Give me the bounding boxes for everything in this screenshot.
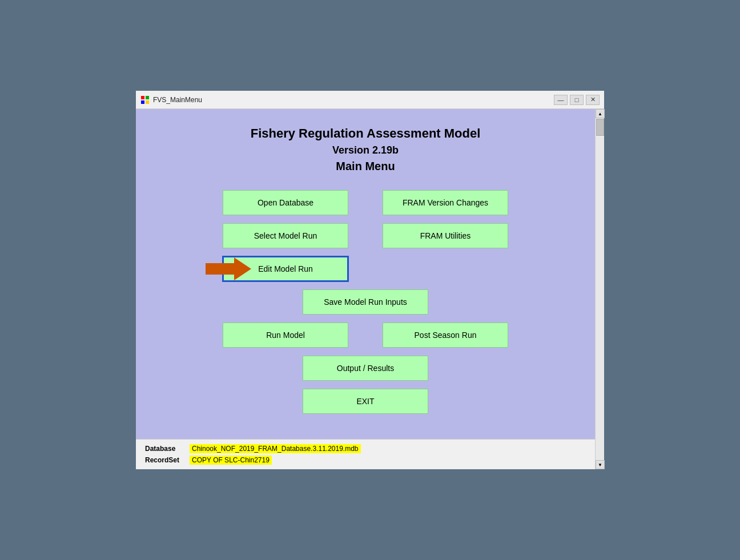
fram-utilities-button[interactable]: FRAM Utilities bbox=[383, 223, 508, 248]
app-icon bbox=[140, 95, 150, 104]
arrow-indicator bbox=[206, 257, 251, 280]
desktop: FVS_MainMenu — □ ✕ Fishery Regulation As… bbox=[0, 0, 740, 560]
scroll-up-button[interactable]: ▲ bbox=[596, 109, 605, 118]
button-row-6: Output / Results bbox=[159, 356, 572, 381]
app-title: Fishery Regulation Assessment Model bbox=[251, 126, 481, 141]
scroll-down-button[interactable]: ▼ bbox=[596, 460, 605, 469]
button-grid: Open Database FRAM Version Changes Selec… bbox=[159, 190, 572, 422]
minimize-button[interactable]: — bbox=[554, 95, 568, 105]
restore-button[interactable]: □ bbox=[570, 95, 584, 105]
button-row-3: Edit Model Run bbox=[159, 256, 572, 281]
window-main: FVS_MainMenu — □ ✕ Fishery Regulation As… bbox=[136, 91, 604, 469]
scroll-content: Fishery Regulation Assessment Model Vers… bbox=[136, 109, 595, 469]
app-version: Version 2.19b bbox=[332, 144, 399, 156]
window-content: Fishery Regulation Assessment Model Vers… bbox=[136, 109, 595, 439]
button-row-7: EXIT bbox=[159, 389, 572, 414]
close-button[interactable]: ✕ bbox=[586, 95, 600, 105]
button-row-4: Save Model Run Inputs bbox=[159, 289, 572, 315]
svg-rect-1 bbox=[146, 96, 149, 99]
window-controls: — □ ✕ bbox=[554, 95, 600, 105]
database-row: Database Chinook_NOF_2019_FRAM_Database.… bbox=[145, 444, 586, 453]
title-bar: FVS_MainMenu — □ ✕ bbox=[136, 91, 604, 109]
run-model-button[interactable]: Run Model bbox=[223, 323, 348, 348]
app-menu-title: Main Menu bbox=[336, 160, 395, 173]
vertical-scrollbar: ▲ ▼ bbox=[595, 109, 604, 469]
save-model-run-inputs-button[interactable]: Save Model Run Inputs bbox=[303, 289, 428, 315]
post-season-run-button[interactable]: Post Season Run bbox=[383, 323, 508, 348]
scroll-thumb[interactable] bbox=[596, 119, 604, 136]
svg-marker-4 bbox=[206, 257, 251, 280]
scroll-area: Fishery Regulation Assessment Model Vers… bbox=[136, 109, 604, 469]
select-model-run-button[interactable]: Select Model Run bbox=[223, 223, 348, 248]
button-row-5: Run Model Post Season Run bbox=[159, 323, 572, 348]
database-value: Chinook_NOF_2019_FRAM_Database.3.11.2019… bbox=[190, 444, 361, 453]
svg-rect-2 bbox=[141, 100, 144, 104]
fram-version-changes-button[interactable]: FRAM Version Changes bbox=[383, 190, 508, 215]
recordset-value: COPY OF SLC-Chin2719 bbox=[190, 456, 272, 465]
open-database-button[interactable]: Open Database bbox=[223, 190, 348, 215]
status-bar: Database Chinook_NOF_2019_FRAM_Database.… bbox=[136, 439, 595, 469]
svg-rect-0 bbox=[141, 96, 144, 99]
svg-rect-3 bbox=[146, 100, 149, 104]
exit-button[interactable]: EXIT bbox=[303, 389, 428, 414]
window-title: FVS_MainMenu bbox=[153, 96, 554, 104]
recordset-row: RecordSet COPY OF SLC-Chin2719 bbox=[145, 456, 586, 465]
database-label: Database bbox=[145, 445, 185, 453]
scroll-track bbox=[596, 136, 604, 460]
button-row-2: Select Model Run FRAM Utilities bbox=[159, 223, 572, 248]
output-results-button[interactable]: Output / Results bbox=[303, 356, 428, 381]
recordset-label: RecordSet bbox=[145, 456, 185, 464]
application-window: FVS_MainMenu — □ ✕ Fishery Regulation As… bbox=[136, 91, 604, 469]
button-row-1: Open Database FRAM Version Changes bbox=[159, 190, 572, 215]
